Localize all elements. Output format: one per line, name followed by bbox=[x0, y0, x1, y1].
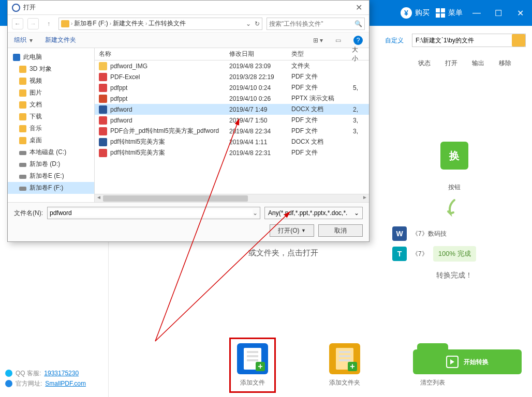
tree-node[interactable]: 下载 bbox=[8, 111, 94, 123]
qq-icon bbox=[5, 370, 12, 377]
tree-node[interactable]: 3D 对象 bbox=[8, 63, 94, 75]
yen-icon: ¥ bbox=[401, 7, 412, 19]
play-icon bbox=[446, 356, 459, 368]
tree-node[interactable]: 新加卷F (F:) bbox=[8, 182, 94, 194]
arrow-down-icon bbox=[444, 198, 465, 219]
tree-node[interactable]: 文档 bbox=[8, 99, 94, 111]
forward-button[interactable]: → bbox=[27, 18, 39, 29]
close-button[interactable]: ✕ bbox=[512, 5, 528, 21]
horizontal-scrollbar[interactable] bbox=[95, 194, 369, 202]
app-icon bbox=[12, 4, 20, 12]
start-convert-button[interactable]: 开始转换 bbox=[413, 349, 522, 374]
tree-node[interactable]: 新加卷 (D:) bbox=[8, 158, 94, 170]
col-remove: 移除 bbox=[499, 59, 511, 68]
tree-node[interactable]: 音乐 bbox=[8, 123, 94, 134]
pdf-icon bbox=[99, 149, 107, 157]
pdf-icon bbox=[99, 127, 107, 135]
disk-icon bbox=[19, 187, 26, 191]
output-path-input[interactable] bbox=[412, 34, 526, 47]
file-row[interactable]: pdf转html5完美方案2019/4/8 22:31PDF 文件 bbox=[95, 147, 369, 158]
doc-icon bbox=[19, 101, 26, 109]
obj-icon bbox=[19, 66, 26, 73]
add-folder-button[interactable]: + 添加文件夹 bbox=[329, 343, 360, 387]
open-button[interactable]: 打开(O) ▼ bbox=[270, 224, 314, 237]
col-output: 输出 bbox=[472, 59, 484, 68]
file-row[interactable]: pdfppt2019/4/10 0:24PDF 文件5, bbox=[95, 82, 369, 93]
back-button[interactable]: ← bbox=[12, 18, 23, 29]
tree-node[interactable]: 图片 bbox=[8, 87, 94, 99]
folder-icon[interactable] bbox=[512, 34, 525, 47]
mus-icon bbox=[19, 125, 26, 132]
list-header[interactable]: 名称 修改日期 类型 大小 bbox=[95, 48, 369, 60]
tree-node[interactable]: 视频 bbox=[8, 75, 94, 87]
file-list: 名称 修改日期 类型 大小 pdfword_IMG2019/4/8 23:09文… bbox=[95, 48, 369, 202]
filename-input[interactable]: ⌄ bbox=[47, 207, 260, 219]
help-button[interactable]: ? bbox=[353, 36, 363, 45]
file-row[interactable]: pdf转html5完美方案2019/4/4 1:11DOCX 文档 bbox=[95, 136, 369, 147]
col-status: 状态 bbox=[418, 59, 431, 68]
desk-icon bbox=[19, 137, 26, 144]
file-row[interactable]: pdfword2019/4/7 1:49DOCX 文档2, bbox=[95, 104, 369, 115]
file-open-dialog: 打开 ✕ ← → ↑ › 新加卷F (F:) › 新建文件夹 › 工作转换文件 … bbox=[7, 0, 370, 242]
dl-icon bbox=[19, 113, 26, 120]
minimize-button[interactable]: — bbox=[469, 5, 484, 21]
dialog-close-button[interactable]: ✕ bbox=[352, 2, 365, 14]
disk-icon bbox=[19, 163, 26, 167]
disk-icon bbox=[19, 175, 26, 179]
file-row[interactable]: PDF合并_pdf转html5完美方案_pdfword2019/4/8 22:3… bbox=[95, 126, 369, 136]
dialog-footer: 文件名(N): ⌄ Any(*.pdf,*.ppt,*.pptx,*.doc,*… bbox=[8, 202, 369, 241]
filetype-filter[interactable]: Any(*.pdf,*.ppt,*.pptx,*.doc,*.⌄ bbox=[264, 207, 363, 219]
pdf-icon bbox=[99, 116, 107, 125]
search-input[interactable]: 🔍 bbox=[267, 18, 365, 30]
file-row[interactable]: pdfword2019/4/7 1:50PDF 文件3, bbox=[95, 115, 369, 126]
pc-icon bbox=[13, 54, 20, 61]
breadcrumb[interactable]: › 新加卷F (F:) › 新建文件夹 › 工作转换文件 ⌄ ↻ bbox=[58, 18, 262, 30]
tree-node[interactable]: 此电脑 bbox=[8, 51, 94, 63]
pptx-icon bbox=[99, 95, 107, 103]
disk-icon bbox=[19, 151, 26, 155]
file-row[interactable]: PDF-Excel2019/3/28 22:19PDF 文件 bbox=[95, 71, 369, 82]
img-icon bbox=[19, 89, 26, 97]
convert-button[interactable]: 换 bbox=[440, 142, 468, 170]
folder-tree[interactable]: 此电脑3D 对象视频图片文档下载音乐桌面本地磁盘 (C:)新加卷 (D:)新加卷… bbox=[8, 48, 95, 202]
new-folder-button[interactable]: 新建文件夹 bbox=[45, 36, 76, 44]
drop-hint: 或文件夹，点击打开 bbox=[248, 248, 318, 258]
cancel-button[interactable]: 取消 bbox=[318, 224, 363, 237]
progress-badge: 100% 完成 bbox=[433, 246, 476, 262]
tree-node[interactable]: 新加卷E (E:) bbox=[8, 170, 94, 182]
grid-icon bbox=[436, 8, 445, 18]
preview-toggle[interactable]: ▭ bbox=[335, 37, 341, 44]
organize-dropdown[interactable]: 组织 bbox=[14, 36, 26, 44]
qq-link[interactable]: 1933175230 bbox=[44, 368, 79, 378]
search-icon: 🔍 bbox=[354, 20, 362, 27]
dialog-titlebar: 打开 ✕ bbox=[8, 1, 369, 15]
dialog-nav: ← → ↑ › 新加卷F (F:) › 新建文件夹 › 工作转换文件 ⌄ ↻ 🔍 bbox=[8, 15, 369, 33]
up-button[interactable]: ↑ bbox=[43, 18, 54, 29]
file-row[interactable]: pdfppt2019/4/10 0:26PPTX 演示文稿 bbox=[95, 93, 369, 104]
done-text: 转换完成！ bbox=[392, 271, 516, 280]
menu-button[interactable]: 菜单 bbox=[436, 8, 463, 18]
add-file-button[interactable]: + 添加文件 bbox=[233, 341, 272, 389]
col-open: 打开 bbox=[445, 59, 457, 68]
file-row[interactable]: pdfword_IMG2019/4/8 23:09文件夹 bbox=[95, 60, 369, 71]
folder-icon bbox=[99, 62, 107, 70]
pdf-icon bbox=[99, 84, 107, 92]
vid-icon bbox=[19, 78, 26, 85]
footer-links: QQ 客服: 1933175230 官方网址: SmallPDF.com bbox=[5, 368, 86, 389]
conversion-panel: 换 按钮 W 《7》数码技 T 《7》 100% 完成 转换完成！ bbox=[392, 142, 516, 280]
tree-node[interactable]: 本地磁盘 (C:) bbox=[8, 146, 94, 158]
docx-icon bbox=[99, 105, 107, 114]
docx-icon bbox=[99, 138, 107, 146]
maximize-button[interactable]: ☐ bbox=[491, 5, 506, 21]
pdf-icon bbox=[99, 73, 107, 81]
ie-icon bbox=[5, 380, 12, 387]
site-link[interactable]: SmallPDF.com bbox=[45, 378, 86, 389]
tree-node[interactable]: 桌面 bbox=[8, 134, 94, 146]
word-icon: W bbox=[392, 226, 407, 241]
dialog-toolbar: 组织▾ 新建文件夹 ⊞ ▾ ▭ ? bbox=[8, 33, 369, 48]
txt-icon: T bbox=[392, 247, 407, 261]
folder-icon bbox=[61, 20, 69, 27]
custom-label[interactable]: 自定义 bbox=[385, 36, 404, 45]
buy-button[interactable]: ¥ 购买 bbox=[401, 7, 430, 19]
view-dropdown[interactable]: ⊞ ▾ bbox=[313, 37, 323, 44]
